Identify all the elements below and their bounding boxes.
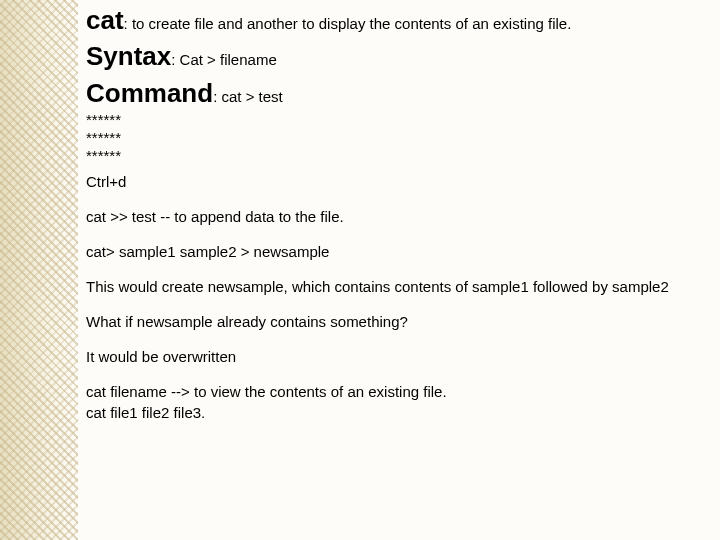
decorative-strip [0, 0, 78, 540]
command-line: Command: cat > test [86, 75, 700, 111]
what-if: What if newsample already contains somet… [86, 311, 700, 332]
syntax-line: Syntax: Cat > filename [86, 38, 700, 74]
stars-row-1: ****** [86, 111, 700, 129]
command-value: : cat > test [213, 88, 283, 105]
stars-row-3: ****** [86, 147, 700, 165]
stars-row-2: ****** [86, 129, 700, 147]
overwrite: It would be overwritten [86, 346, 700, 367]
command-label: Command [86, 78, 213, 108]
cat-desc: : to create file and another to display … [124, 15, 572, 32]
view-line-1: cat filename --> to view the contents of… [86, 381, 700, 402]
view-line-2: cat file1 file2 file3. [86, 402, 700, 423]
cat-heading: cat: to create file and another to displ… [86, 2, 700, 38]
syntax-value: : Cat > filename [171, 51, 276, 68]
cat-label: cat [86, 5, 124, 35]
star-block: ****** ****** ****** [86, 111, 700, 165]
sample-cmd: cat> sample1 sample2 > newsample [86, 241, 700, 262]
ctrl-d: Ctrl+d [86, 171, 700, 192]
document-content: cat: to create file and another to displ… [86, 2, 700, 423]
syntax-label: Syntax [86, 41, 171, 71]
append-line: cat >> test -- to append data to the fil… [86, 206, 700, 227]
sample-desc: This would create newsample, which conta… [86, 276, 700, 297]
